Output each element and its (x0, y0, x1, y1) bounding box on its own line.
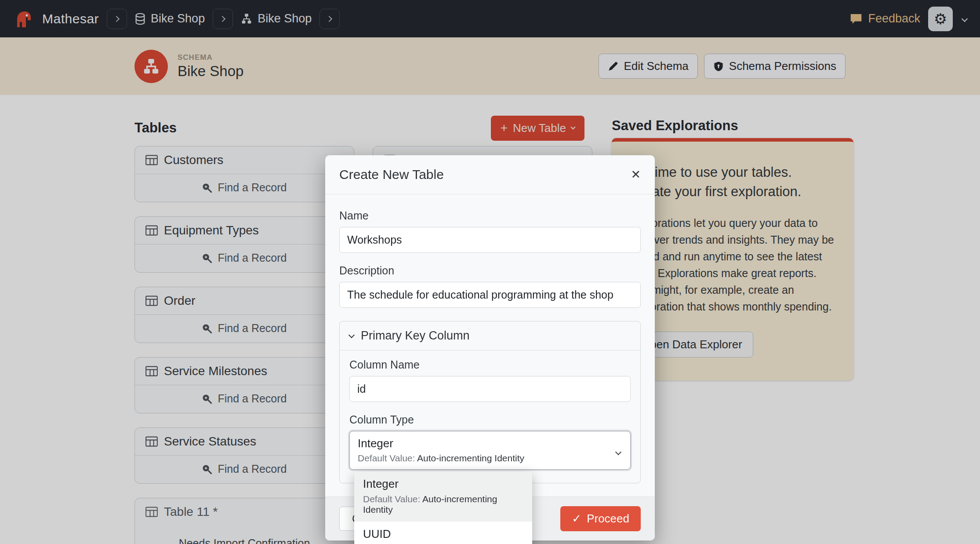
column-type-select[interactable]: Integer Default Value: Auto-incrementing… (349, 431, 631, 470)
column-name-input[interactable] (349, 376, 631, 402)
create-new-table-modal: Create New Table ✕ Name Description Prim… (325, 155, 655, 540)
proceed-button[interactable]: ✓ Proceed (560, 506, 641, 531)
option-default-prefix: Default Value: (363, 494, 420, 504)
primary-key-section: Primary Key Column Column Name Column Ty… (339, 321, 641, 483)
chevron-down-icon (348, 332, 355, 338)
column-name-label: Column Name (349, 358, 631, 371)
column-type-label: Column Type (349, 413, 631, 426)
description-label: Description (339, 264, 641, 277)
proceed-label: Proceed (587, 512, 629, 526)
primary-key-title: Primary Key Column (361, 329, 470, 343)
chevron-down-icon (616, 448, 621, 456)
primary-key-collapse-header[interactable]: Primary Key Column (340, 321, 640, 350)
default-value-prefix: Default Value: (358, 453, 415, 463)
check-icon: ✓ (572, 512, 581, 526)
type-option-integer[interactable]: Integer Default Value: Auto-incrementing… (354, 471, 532, 522)
type-option-uuid[interactable]: UUID Default Value: Random UUIDv4 (354, 522, 532, 544)
option-name: UUID (363, 527, 523, 541)
default-value-text: Auto-incrementing Identity (417, 453, 524, 463)
description-input[interactable] (339, 282, 641, 308)
option-name: Integer (363, 477, 523, 491)
name-label: Name (339, 209, 641, 222)
column-type-value: Integer (358, 437, 606, 450)
close-icon[interactable]: ✕ (631, 168, 641, 182)
name-input[interactable] (339, 227, 641, 253)
column-type-dropdown: Integer Default Value: Auto-incrementing… (354, 471, 532, 544)
modal-title: Create New Table (339, 167, 444, 182)
